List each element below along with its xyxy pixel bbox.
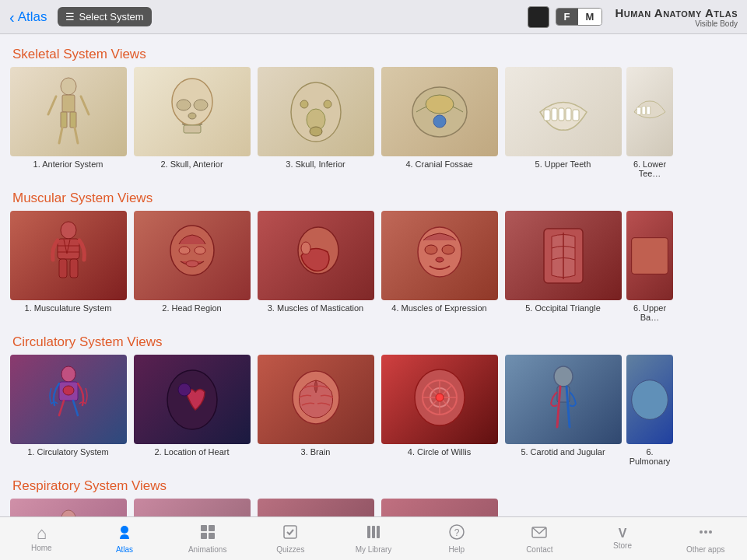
- circulatory-item-2[interactable]: 2. Location of Heart: [132, 355, 252, 466]
- muscular-item-6[interactable]: 6. Upper Ba…: [626, 211, 673, 322]
- svg-point-69: [61, 510, 75, 517]
- svg-rect-74: [201, 533, 207, 539]
- tab-home-label: Home: [31, 544, 52, 552]
- color-swatch[interactable]: [528, 6, 549, 28]
- gender-f-button[interactable]: F: [556, 9, 578, 25]
- resp-system-svg: [45, 509, 92, 517]
- circulatory-item-1[interactable]: 1. Circulatory System: [8, 355, 128, 466]
- circulatory-grid: 1. Circulatory System 2. Location of Hea…: [0, 355, 747, 466]
- svg-rect-73: [209, 525, 215, 531]
- back-chevron-icon: ‹: [9, 9, 15, 25]
- muscular-image-1: [10, 211, 127, 300]
- circulatory-label-5: 5. Carotid and Jugular: [517, 447, 608, 457]
- skeletal-item-2[interactable]: 2. Skull, Anterior: [132, 67, 252, 178]
- tab-quizzes-label: Quizzes: [276, 545, 304, 554]
- respiratory-item-1[interactable]: 1. Respiratory System: [8, 499, 128, 516]
- skeleton-anterior-svg: [45, 77, 92, 147]
- circulatory-image-4: [381, 355, 498, 444]
- skull-inferior-svg: [285, 77, 347, 147]
- circulatory-item-6[interactable]: 6. Pulmonary: [626, 355, 673, 466]
- skull-anterior-svg: [165, 77, 219, 147]
- muscular-item-1[interactable]: 1. Musculature System: [8, 211, 128, 322]
- svg-point-10: [194, 100, 208, 110]
- muscular-item-4[interactable]: 4. Muscles of Expression: [379, 211, 500, 322]
- tab-animations[interactable]: Animations: [166, 517, 249, 560]
- svg-point-54: [178, 383, 191, 396]
- circulatory-image-3: [258, 355, 374, 444]
- svg-point-50: [63, 386, 74, 395]
- svg-rect-22: [552, 108, 557, 121]
- section-title-circulatory: Circulatory System Views: [0, 330, 747, 355]
- skeletal-label-1: 1. Anterior System: [30, 159, 107, 169]
- tab-contact[interactable]: Contact: [498, 517, 581, 560]
- tab-help[interactable]: ? Help: [415, 517, 498, 560]
- skeletal-item-3[interactable]: 3. Skull, Inferior: [255, 67, 376, 178]
- svg-rect-47: [632, 237, 668, 274]
- muscular-label-6: 6. Upper Ba…: [626, 303, 673, 322]
- muscular-item-2[interactable]: 2. Head Region: [132, 211, 252, 322]
- svg-point-40: [301, 242, 310, 254]
- skeletal-image-6: [626, 67, 673, 156]
- muscular-item-3[interactable]: 3. Muscles of Mastication: [255, 211, 376, 322]
- app-header: ‹ Atlas ☰ Select System F M Human Anatom…: [0, 0, 747, 34]
- store-icon: V: [619, 527, 627, 540]
- circulatory-item-3[interactable]: 3. Brain: [255, 355, 376, 466]
- muscular-item-5[interactable]: 5. Occipital Triangle: [503, 211, 623, 322]
- section-respiratory: Respiratory System Views 1. Respiratory …: [0, 474, 747, 516]
- skeletal-item-5[interactable]: 5. Upper Teeth: [503, 67, 623, 178]
- circulatory-item-4[interactable]: 4. Circle of Willis: [379, 355, 500, 466]
- tab-quizzes[interactable]: Quizzes: [249, 517, 332, 560]
- tab-store[interactable]: V Store: [581, 517, 665, 560]
- skeletal-item-6[interactable]: 6. Lower Tee…: [626, 67, 673, 178]
- svg-point-43: [442, 245, 454, 254]
- tab-home[interactable]: ⌂ Home: [0, 517, 83, 560]
- svg-rect-28: [647, 106, 651, 114]
- tab-library-label: My Library: [356, 545, 392, 554]
- svg-rect-78: [372, 526, 375, 538]
- skeletal-image-2: [134, 67, 251, 156]
- tab-atlas[interactable]: Atlas: [83, 517, 167, 560]
- section-muscular: Muscular System Views: [0, 186, 747, 322]
- svg-line-3: [81, 96, 89, 114]
- lower-teeth-svg: [626, 85, 673, 139]
- svg-point-19: [426, 95, 454, 114]
- muscular-label-1: 1. Musculature System: [22, 303, 115, 313]
- skeletal-grid: 1. Anterior System 2. Skull, Anterior: [0, 67, 747, 178]
- tab-otherapps[interactable]: Other apps: [664, 517, 747, 560]
- skeletal-label-6: 6. Lower Tee…: [626, 159, 673, 178]
- tab-library[interactable]: My Library: [332, 517, 416, 560]
- header-right: F M Human Anatomy Atlas Visible Body: [528, 6, 738, 28]
- back-label: Atlas: [18, 9, 47, 25]
- svg-point-48: [61, 366, 75, 382]
- svg-rect-72: [201, 525, 207, 531]
- skeletal-label-5: 5. Upper Teeth: [532, 159, 594, 169]
- skeletal-item-1[interactable]: 1. Anterior System: [8, 67, 128, 178]
- app-subtitle: Visible Body: [615, 19, 738, 28]
- svg-point-9: [177, 100, 191, 110]
- tab-contact-label: Contact: [526, 545, 552, 554]
- circulatory-item-5[interactable]: 5. Carotid and Jugular: [503, 355, 623, 466]
- svg-point-11: [188, 113, 196, 119]
- respiratory-item-2[interactable]: 2. Lungs: [132, 499, 252, 516]
- circ-system-svg: [45, 365, 92, 435]
- menu-icon: ☰: [65, 11, 75, 23]
- respiratory-item-3[interactable]: 3. Larynx: [255, 499, 376, 516]
- back-button[interactable]: ‹ Atlas: [9, 9, 47, 25]
- skeletal-label-4: 4. Cranial Fossae: [402, 159, 475, 169]
- svg-rect-75: [209, 533, 215, 539]
- tab-bar: ⌂ Home Atlas Animations Quizzes My Libra…: [0, 516, 747, 560]
- muscular-image-2: [134, 211, 251, 300]
- mastication-svg: [289, 221, 343, 291]
- help-icon: ?: [448, 523, 465, 544]
- circulatory-image-2: [134, 355, 251, 444]
- svg-point-15: [300, 100, 308, 108]
- atlas-icon: [116, 523, 133, 544]
- expression-svg: [412, 221, 467, 291]
- select-system-button[interactable]: ☰ Select System: [58, 7, 151, 26]
- circulatory-label-1: 1. Circulatory System: [24, 447, 112, 457]
- skeletal-item-4[interactable]: 4. Cranial Fossae: [379, 67, 500, 178]
- skeletal-image-5: [505, 67, 622, 156]
- respiratory-item-4[interactable]: 4. Bronchi: [379, 499, 500, 516]
- circulatory-label-3: 3. Brain: [298, 447, 334, 457]
- gender-m-button[interactable]: M: [578, 9, 602, 25]
